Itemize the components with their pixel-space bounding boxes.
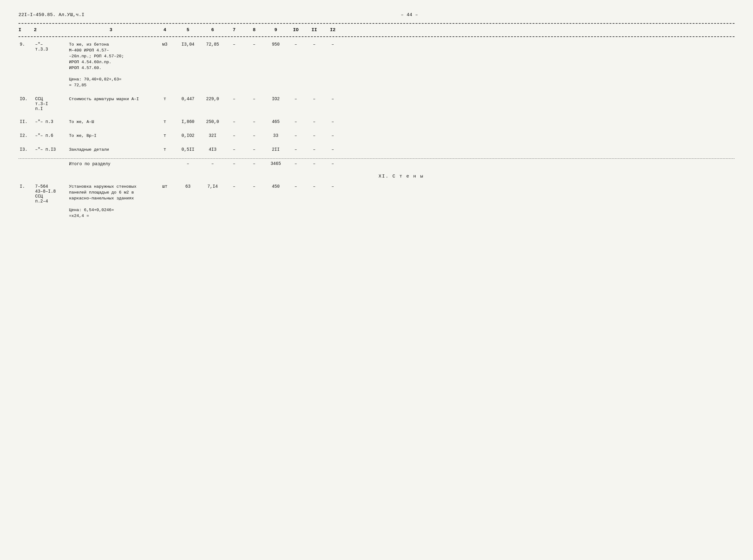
row10-num: IO.	[19, 96, 34, 102]
row10-ref: ССЦ т.3–I п.I	[34, 96, 68, 112]
page-header: 22I–I–450.85. Ал.УШ,ч.I – 44 –	[19, 12, 734, 18]
row12-col9: 33	[265, 133, 287, 139]
rowxi1-unit: шт	[154, 183, 176, 189]
rowxi1-col7: –	[225, 183, 243, 189]
subtotal-col5: –	[176, 161, 200, 168]
row9-num: 9.	[19, 41, 34, 47]
rowxi1-col12: –	[324, 183, 342, 189]
rowxi1-ref: 7–564 43–8–I.8 ССЦ п.2–4	[34, 183, 68, 204]
row11-col5: I,860	[176, 119, 200, 125]
top-divider	[19, 23, 734, 24]
table-row: IO. ССЦ т.3–I п.I Стоимость арматуры мар…	[19, 95, 734, 113]
row13-col12: –	[324, 146, 342, 153]
row11-col10: –	[287, 119, 305, 125]
row11-col12: –	[324, 119, 342, 125]
rowxi1-col5: 63	[176, 183, 200, 189]
row12-unit: т	[154, 133, 176, 139]
row11-col9: 465	[265, 119, 287, 125]
col-header-4: 4	[154, 27, 176, 33]
row13-col7: –	[225, 146, 243, 153]
row9-col11: –	[305, 41, 324, 47]
row12-col6: 32I	[200, 133, 225, 139]
table-row: II. –"– п.3 То же, А–Ш т I,860 250,0 – –…	[19, 117, 734, 127]
table-row: I2. –"– п.6 То же, Вр–I т 0,IO2 32I – – …	[19, 131, 734, 141]
subtotal-col11: –	[305, 161, 324, 168]
subtotal-empty2	[34, 161, 68, 168]
row10-col12: –	[324, 96, 342, 102]
table-row: I. 7–564 43–8–I.8 ССЦ п.2–4 Установка на…	[19, 182, 734, 221]
row9-col10: –	[287, 41, 305, 47]
table-row: 9. –"– т.3.3 То же, из бетона М–400 ИРОП…	[19, 40, 734, 90]
row11-desc: То же, А–Ш	[68, 119, 154, 126]
row11-col7: –	[225, 119, 243, 125]
row10-unit: т	[154, 96, 176, 102]
col-header-2: 2	[34, 27, 68, 33]
section-xi-title: XI. С т е н ы	[19, 174, 734, 179]
row12-col10: –	[287, 133, 305, 139]
rowxi1-col6: 7,I4	[200, 183, 225, 189]
rowxi1-col8: –	[243, 183, 265, 189]
rowxi1-num: I.	[19, 183, 34, 189]
row11-col11: –	[305, 119, 324, 125]
header-center: – 44 –	[401, 12, 418, 18]
col-header-9: 9	[265, 27, 287, 33]
rowxi1-col11: –	[305, 183, 324, 189]
subtotal-empty1	[19, 161, 34, 168]
header-left: 22I–I–450.85. Ал.УШ,ч.I	[19, 12, 84, 18]
rowxi1-col9: 450	[265, 183, 287, 189]
row10-col5: 0,447	[176, 96, 200, 102]
row13-desc: Закладные детали	[68, 146, 154, 154]
row10-col10: –	[287, 96, 305, 102]
row10-col6: 229,0	[200, 96, 225, 102]
row13-ref: –"– п.I3	[34, 146, 68, 153]
rowxi1-desc: Установка наружных стеновых панелей площ…	[68, 183, 154, 219]
row9-col9: 950	[265, 41, 287, 47]
row13-col9: 2II	[265, 146, 287, 153]
row13-col10: –	[287, 146, 305, 153]
row12-col12: –	[324, 133, 342, 139]
table-row: I3. –"– п.I3 Закладные детали т 0,5II 4I…	[19, 145, 734, 155]
row9-col6: 72,85	[200, 41, 225, 47]
row11-num: II.	[19, 119, 34, 125]
col-header-10: IO	[287, 27, 305, 33]
column-headers: I 2 3 4 5 6 7 8 9 IO II I2	[19, 25, 734, 35]
row10-col7: –	[225, 96, 243, 102]
rowxi1-col10: –	[287, 183, 305, 189]
row9-unit: м3	[154, 41, 176, 47]
row12-col8: –	[243, 133, 265, 139]
row10-col8: –	[243, 96, 265, 102]
header-divider	[19, 36, 734, 37]
row9-col8: –	[243, 41, 265, 47]
col-header-11: II	[305, 27, 324, 33]
row11-col8: –	[243, 119, 265, 125]
row12-num: I2.	[19, 133, 34, 139]
row12-col11: –	[305, 133, 324, 139]
row13-col11: –	[305, 146, 324, 153]
subtotal-label: Итого по разделу	[68, 161, 154, 168]
row9-ref: –"– т.3.3	[34, 41, 68, 53]
row13-unit: т	[154, 146, 176, 153]
subtotal-row: Итого по разделу – – – – 3465 – – –	[19, 158, 734, 170]
row10-col9: IO2	[265, 96, 287, 102]
row13-col8: –	[243, 146, 265, 153]
row13-col6: 4I3	[200, 146, 225, 153]
subtotal-col10: –	[287, 161, 305, 168]
row9-col7: –	[225, 41, 243, 47]
col-header-3: 3	[68, 27, 154, 33]
subtotal-col7: –	[225, 161, 243, 168]
row9-desc: То же, из бетона М–400 ИРОП 4.57– –20л.п…	[68, 41, 154, 89]
row12-col7: –	[225, 133, 243, 139]
row9-col5: I3,04	[176, 41, 200, 47]
subtotal-unit	[154, 161, 176, 168]
row12-desc: То же, Вр–I	[68, 133, 154, 140]
col-header-8: 8	[243, 27, 265, 33]
row12-ref: –"– п.6	[34, 133, 68, 139]
col-header-1: I	[19, 27, 34, 33]
col-header-12: I2	[324, 27, 342, 33]
row9-col12: –	[324, 41, 342, 47]
subtotal-col12: –	[324, 161, 342, 168]
row11-unit: т	[154, 119, 176, 125]
subtotal-col9: 3465	[265, 161, 287, 168]
row12-col5: 0,IO2	[176, 133, 200, 139]
row13-num: I3.	[19, 146, 34, 153]
